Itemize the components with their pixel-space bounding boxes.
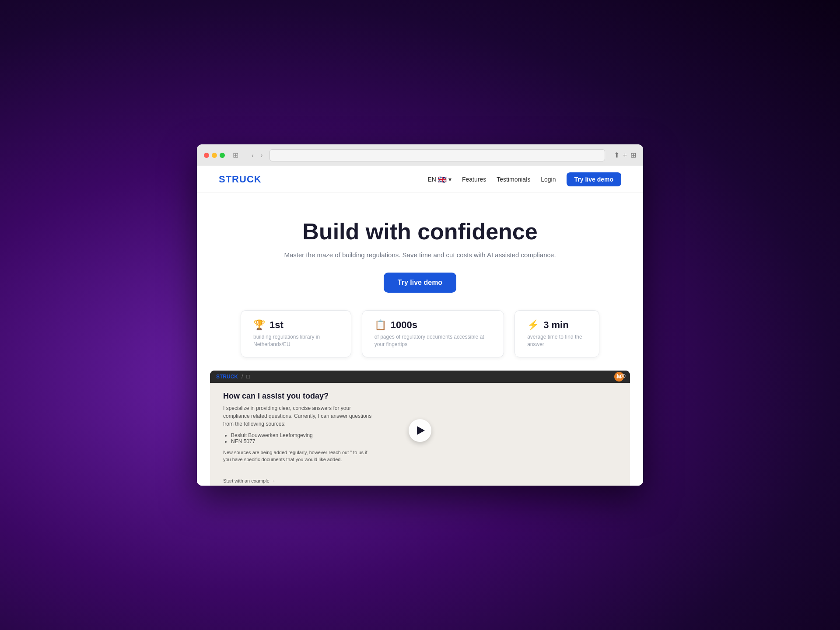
traffic-light-red[interactable] <box>204 153 209 158</box>
chat-source-1: Besluit Bouwwerken Leefomgeving <box>231 432 372 438</box>
stat-card-time: ⚡ 3 min average time to find the answer <box>514 310 599 357</box>
video-timestamp: 1.00 <box>616 373 626 378</box>
video-chat-content: How can I assist you today? I specialize… <box>210 383 630 478</box>
trophy-icon: 🏆 <box>253 319 265 331</box>
stat-desc-time: average time to find the answer <box>527 333 587 348</box>
stat-card-first: 🏆 1st building regulations library in Ne… <box>241 310 351 357</box>
sidebar-toggle-button[interactable]: ⊞ <box>230 150 241 160</box>
navbar: STRUCK EN 🇬🇧 ▾ Features Testimonials Log… <box>197 166 643 193</box>
new-tab-button[interactable]: + <box>623 151 627 159</box>
grid-view-button[interactable]: ⊞ <box>630 151 636 159</box>
language-selector[interactable]: EN 🇬🇧 ▾ <box>428 175 452 184</box>
nav-try-demo-button[interactable]: Try live demo <box>567 172 621 186</box>
flag-icon: 🇬🇧 <box>438 175 447 184</box>
traffic-light-green[interactable] <box>220 153 225 158</box>
video-chat-note: New sources are being added regularly, h… <box>223 449 372 463</box>
back-button[interactable]: ‹ <box>250 151 256 160</box>
stat-header-first: 🏆 1st <box>253 319 339 331</box>
share-button[interactable]: ⬆ <box>614 151 620 159</box>
stat-desc-first: building regulations library in Netherla… <box>253 333 339 348</box>
nav-right: EN 🇬🇧 ▾ Features Testimonials Login Try … <box>428 172 621 186</box>
nav-testimonials-link[interactable]: Testimonials <box>497 176 530 183</box>
video-container: STRUCK / □ M 1.00 How can I assist you t… <box>210 371 630 486</box>
hero-cta-button[interactable]: Try live demo <box>384 273 456 293</box>
forward-button[interactable]: › <box>259 151 265 160</box>
stat-header-pages: 📋 1000s <box>374 319 491 331</box>
stat-value-first: 1st <box>270 319 284 331</box>
nav-features-link[interactable]: Features <box>462 176 486 183</box>
address-bar[interactable] <box>270 149 605 161</box>
video-chat-title: How can I assist you today? <box>223 392 372 401</box>
browser-chrome: ⊞ ‹ › ⬆ + ⊞ <box>197 144 643 166</box>
lang-label: EN <box>428 176 436 183</box>
video-breadcrumb-separator: / <box>242 374 243 380</box>
example-section: Start with an example → 🏗 Architect What… <box>210 478 630 486</box>
stats-row: 🏆 1st building regulations library in Ne… <box>197 310 643 371</box>
stat-card-pages: 📋 1000s of pages of regulatory documents… <box>362 310 504 357</box>
video-app-title: STRUCK <box>216 374 238 380</box>
traffic-light-yellow[interactable] <box>212 153 217 158</box>
document-icon: 📋 <box>374 319 386 331</box>
play-triangle-icon <box>417 426 425 435</box>
hero-section: Build with confidence Master the maze of… <box>197 193 643 310</box>
hero-subtitle: Master the maze of building regulations.… <box>219 251 621 259</box>
stat-header-time: ⚡ 3 min <box>527 319 587 331</box>
lightning-icon: ⚡ <box>527 319 539 331</box>
video-chat-intro: I specialize in providing clear, concise… <box>223 404 372 428</box>
nav-login-link[interactable]: Login <box>541 176 556 183</box>
url-input[interactable] <box>274 152 600 158</box>
browser-window: ⊞ ‹ › ⬆ + ⊞ STRUCK EN 🇬🇧 ▾ Features <box>197 144 643 486</box>
hero-title: Build with confidence <box>219 219 621 244</box>
example-label: Start with an example → <box>223 478 617 483</box>
chat-source-2: NEN 5077 <box>231 438 372 444</box>
video-chat-sources: Besluit Bouwwerken Leefomgeving NEN 5077 <box>223 432 372 444</box>
browser-controls: ‹ › <box>250 151 264 160</box>
traffic-lights <box>204 153 225 158</box>
video-breadcrumb-icon: □ <box>246 373 250 380</box>
chevron-down-icon: ▾ <box>448 176 452 183</box>
stat-value-pages: 1000s <box>391 319 417 331</box>
brand-logo: STRUCK <box>219 174 262 185</box>
stat-value-time: 3 min <box>543 319 568 331</box>
page-content: STRUCK EN 🇬🇧 ▾ Features Testimonials Log… <box>197 166 643 486</box>
stat-desc-pages: of pages of regulatory documents accessi… <box>374 333 491 348</box>
play-button[interactable] <box>409 419 431 442</box>
browser-actions: ⬆ + ⊞ <box>614 151 636 159</box>
video-top-bar: STRUCK / □ M 1.00 <box>210 371 630 383</box>
